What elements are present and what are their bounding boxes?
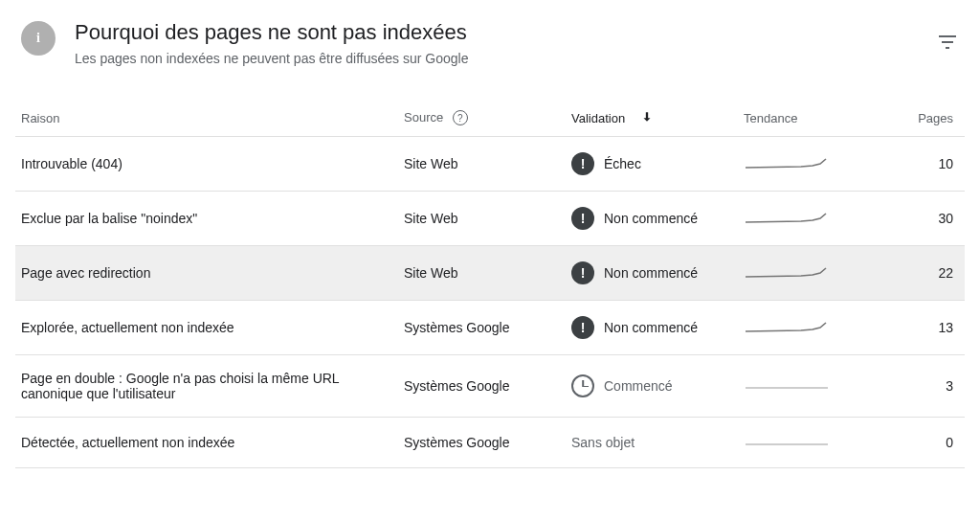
validation-label: Non commencé xyxy=(604,211,698,226)
page-subtitle: Les pages non indexées ne peuvent pas êt… xyxy=(75,51,917,66)
alert-icon: ! xyxy=(571,261,594,284)
trend-cell xyxy=(744,209,858,228)
pages-cell: 10 xyxy=(858,156,959,171)
col-header-source-label: Source xyxy=(404,110,443,125)
trend-sparkline xyxy=(744,318,830,337)
reason-cell: Page en double : Google n'a pas choisi l… xyxy=(21,371,404,401)
col-header-source[interactable]: Source ? xyxy=(404,110,571,126)
section-header: i Pourquoi des pages ne sont pas indexée… xyxy=(15,19,965,78)
reason-cell: Explorée, actuellement non indexée xyxy=(21,320,404,335)
source-cell: Site Web xyxy=(404,265,571,281)
validation-label: Commencé xyxy=(604,378,673,394)
alert-icon: ! xyxy=(571,316,594,339)
validation-label: Non commencé xyxy=(604,320,698,335)
col-header-trend[interactable]: Tendance xyxy=(744,111,858,125)
reason-cell: Page avec redirection xyxy=(21,265,404,281)
source-cell: Systèmes Google xyxy=(404,378,571,394)
trend-sparkline xyxy=(744,433,830,452)
alert-icon: ! xyxy=(571,152,594,175)
col-header-reason[interactable]: Raison xyxy=(21,111,404,125)
reason-cell: Exclue par la balise "noindex" xyxy=(21,211,404,226)
table-row[interactable]: Exclue par la balise "noindex"Site Web!N… xyxy=(15,192,965,246)
trend-cell xyxy=(744,376,858,396)
reason-cell: Détectée, actuellement non indexée xyxy=(21,435,404,450)
table-header: Raison Source ? Validation Tendance Page… xyxy=(15,101,965,137)
source-cell: Systèmes Google xyxy=(404,320,571,335)
source-cell: Site Web xyxy=(404,211,571,226)
reason-cell: Introuvable (404) xyxy=(21,156,404,171)
clock-icon xyxy=(571,374,594,397)
trend-sparkline xyxy=(744,209,830,228)
reasons-table: Raison Source ? Validation Tendance Page… xyxy=(15,101,965,468)
validation-label: Sans objet xyxy=(571,435,635,450)
svg-rect-2 xyxy=(946,47,949,49)
table-row[interactable]: Introuvable (404)Site Web!Échec10 xyxy=(15,137,965,192)
pages-cell: 3 xyxy=(858,378,959,394)
trend-cell xyxy=(744,263,858,283)
table-row[interactable]: Explorée, actuellement non indexéeSystèm… xyxy=(15,301,965,355)
filter-icon[interactable] xyxy=(936,31,959,54)
trend-cell xyxy=(744,433,858,452)
col-header-pages[interactable]: Pages xyxy=(858,111,959,125)
pages-cell: 22 xyxy=(858,265,959,281)
help-icon[interactable]: ? xyxy=(453,110,468,125)
pages-cell: 30 xyxy=(858,211,959,226)
svg-rect-0 xyxy=(939,35,956,37)
alert-icon: ! xyxy=(571,207,594,230)
trend-cell xyxy=(744,318,858,337)
source-cell: Systèmes Google xyxy=(404,435,571,450)
page-title: Pourquoi des pages ne sont pas indexées xyxy=(75,19,917,47)
validation-label: Non commencé xyxy=(604,265,698,281)
pages-cell: 0 xyxy=(858,435,959,450)
sort-desc-icon xyxy=(640,110,654,126)
trend-cell xyxy=(744,154,858,173)
col-header-validation-label: Validation xyxy=(571,111,625,125)
table-row[interactable]: Page avec redirectionSite Web!Non commen… xyxy=(15,246,965,301)
pages-cell: 13 xyxy=(858,320,959,335)
trend-sparkline xyxy=(744,376,830,396)
col-header-validation[interactable]: Validation xyxy=(571,110,744,126)
trend-sparkline xyxy=(744,263,830,283)
svg-rect-1 xyxy=(942,41,953,43)
info-icon: i xyxy=(21,21,56,56)
trend-sparkline xyxy=(744,154,830,173)
table-row[interactable]: Page en double : Google n'a pas choisi l… xyxy=(15,355,965,418)
source-cell: Site Web xyxy=(404,156,571,171)
validation-label: Échec xyxy=(604,156,641,171)
table-row[interactable]: Détectée, actuellement non indexéeSystèm… xyxy=(15,418,965,468)
